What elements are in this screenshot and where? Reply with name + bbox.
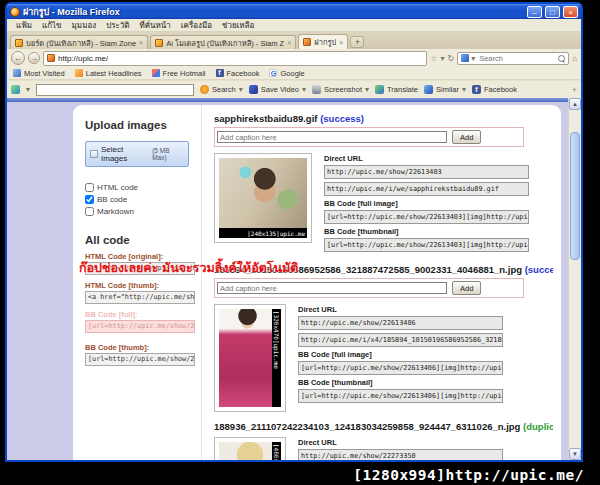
bb-code-checkbox[interactable] (85, 195, 94, 204)
url-bar[interactable]: http://upic.me/ (43, 51, 427, 66)
reload-icon[interactable]: ↻ (447, 54, 454, 63)
bb-full-field[interactable]: [url=http://upic.me/show/22613403][img]h… (324, 210, 529, 224)
all-code-title: All code (85, 234, 195, 246)
bb-code-full-box[interactable]: [url=http://upic.me/show/22613 (85, 320, 195, 333)
tab-upic-active[interactable]: ฝากรูป × (298, 34, 348, 49)
menubar: แฟ้ม แก้ไข มุมมอง ประวัติ ที่คั่นหน้า เค… (7, 19, 581, 32)
tab-siamzone-board[interactable]: บอร์ด (บันเทิงเกาหลี) - Siam Zone × (10, 35, 148, 49)
window-title: ฝากรูป - Mozilla Firefox (23, 5, 524, 19)
caption-input[interactable] (217, 131, 447, 143)
entry-filename: sapphirekstbaidu89.gif (214, 113, 317, 124)
addon-toolbar: ▾ Search ▾ Save Video ▾ Screenshot ▾ Tra… (7, 80, 581, 98)
url-dropdown-icon[interactable]: ▾ (440, 54, 444, 63)
thumbnail-image: [460x720]upic.me (219, 442, 281, 460)
addon-menu-icon[interactable] (11, 85, 20, 94)
thumbnail-image: [326x470]upic.me (219, 309, 281, 407)
tab-siamzone-gallery[interactable]: Ai โมเดลรูป (บันเทิงเกาหลี) - Siam Zone … (150, 35, 296, 49)
menu-view[interactable]: มุมมอง (67, 19, 102, 32)
menu-history[interactable]: ประวัติ (101, 19, 134, 32)
checkbox-bb-code[interactable]: BB code (85, 195, 195, 204)
navigation-bar: ← → http://upic.me/ ☆ ▾ ↻ ▾ ⌂ (7, 49, 581, 67)
bb-thumb-field[interactable]: [url=http://upic.me/show/22613406][img]h… (298, 389, 503, 403)
thumbnail-size-label: [240x135]upic.me (219, 228, 307, 238)
direct-url-show-field[interactable]: http://upic.me/show/22613406 (298, 316, 503, 330)
caption-row: Add (214, 127, 524, 147)
toolbar-translate-button[interactable]: Translate (375, 85, 418, 94)
bookmark-star-icon[interactable]: ☆ (430, 54, 437, 63)
select-images-button[interactable]: Select Images (5 MB Max) (85, 141, 189, 167)
add-caption-button[interactable]: Add (452, 281, 481, 295)
direct-url-image-field[interactable]: http://upic.me/i/x4/185894_1015019658695… (298, 333, 503, 347)
entry-filename: 188936_211107242234103_124183034259858_9… (214, 421, 520, 432)
search-box[interactable]: ▾ (457, 52, 569, 65)
home-icon[interactable]: ⌂ (572, 54, 577, 63)
direct-url-show-field[interactable]: http://upic.me/show/22273350 (298, 449, 503, 460)
toolbar-save-video-button[interactable]: Save Video ▾ (249, 85, 306, 94)
toolbar-overflow-plus-icon[interactable]: + (572, 85, 577, 95)
url-text: http://upic.me/ (58, 54, 108, 63)
toolbar-facebook-button[interactable]: f Facebook (472, 85, 517, 94)
markdown-checkbox[interactable] (85, 207, 94, 216)
bookmark-facebook[interactable]: f Facebook (216, 69, 260, 78)
minimize-button[interactable]: – (527, 6, 542, 18)
save-video-icon (249, 85, 258, 94)
menu-edit[interactable]: แก้ไข (37, 19, 67, 32)
scroll-down-icon[interactable]: ▼ (569, 448, 581, 460)
thumbnail-link[interactable]: [460x720]upic.me (214, 437, 286, 460)
scroll-up-icon[interactable]: ▲ (569, 98, 581, 110)
new-tab-button[interactable]: + (350, 36, 364, 48)
checkbox-html-code[interactable]: HTML code (85, 183, 195, 192)
toolbar-similar-button[interactable]: Similar ▾ (424, 85, 466, 94)
search-input[interactable] (477, 53, 556, 64)
thumbnail-link[interactable]: [240x135]upic.me (214, 153, 312, 243)
status-badge: (success) (320, 113, 364, 124)
image-file-icon (90, 150, 98, 158)
caret-down-icon: ▾ (239, 85, 243, 94)
menu-help[interactable]: ช่วยเหลือ (217, 19, 259, 32)
direct-url-show-field[interactable]: http://upic.me/show/22613403 (324, 165, 529, 179)
search-engine-caret-icon[interactable]: ▾ (471, 54, 475, 63)
search-magnifier-icon[interactable] (558, 55, 565, 62)
vertical-scrollbar[interactable]: ▲ ▼ (568, 98, 581, 460)
bb-code-thumb-box[interactable]: [url=http://upic.me/show/22613 (85, 353, 195, 366)
scrollbar-thumb[interactable] (570, 132, 580, 260)
toolbar-search-button[interactable]: Search ▾ (200, 85, 243, 94)
bookmark-google[interactable]: G Google (269, 69, 304, 78)
add-caption-button[interactable]: Add (452, 130, 481, 144)
caption-input[interactable] (217, 282, 447, 294)
addon-menu-caret-icon[interactable]: ▾ (26, 85, 30, 94)
toolbar-search-input[interactable] (36, 84, 194, 96)
menu-file[interactable]: แฟ้ม (11, 19, 37, 32)
forward-button[interactable]: → (28, 52, 40, 64)
tab-close-icon[interactable]: × (339, 39, 343, 46)
close-button[interactable]: × (563, 6, 578, 18)
menu-tools[interactable]: เครื่องมือ (176, 19, 217, 32)
bb-full-field[interactable]: [url=http://upic.me/show/22613406][img]h… (298, 361, 503, 375)
checkbox-markdown[interactable]: Markdown (85, 207, 195, 216)
screenshot-frame: ฝากรูป - Mozilla Firefox – □ × แฟ้ม แก้ไ… (0, 0, 600, 485)
tab-close-icon[interactable]: × (139, 39, 143, 46)
hotmail-icon (152, 69, 160, 77)
html-code-checkbox[interactable] (85, 183, 94, 192)
html-code-thumb-box[interactable]: <a href="http://upic.me/show/2 (85, 291, 195, 304)
restore-button[interactable]: □ (545, 6, 560, 18)
bookmark-free-hotmail[interactable]: Free Hotmail (152, 69, 206, 78)
titlebar[interactable]: ฝากรูป - Mozilla Firefox – □ × (7, 4, 581, 19)
direct-url-image-field[interactable]: http://upic.me/i/we/sapphirekstbaidu89.g… (324, 182, 529, 196)
back-button[interactable]: ← (11, 51, 25, 65)
upload-panel: Upload images Select Images (5 MB Max) H… (73, 105, 561, 460)
bb-thumb-field[interactable]: [url=http://upic.me/show/22613403][img]h… (324, 238, 529, 252)
toolbar-screenshot-button[interactable]: Screenshot ▾ (312, 85, 369, 94)
siamzone-favicon-icon (15, 39, 23, 47)
caret-down-icon: ▾ (365, 85, 369, 94)
caption-row: Add (214, 278, 524, 298)
page-header-strip (7, 98, 568, 102)
menu-bookmarks[interactable]: ที่คั่นหน้า (134, 19, 175, 32)
caret-down-icon: ▾ (302, 85, 306, 94)
most-visited-icon (13, 69, 21, 77)
thumbnail-link[interactable]: [326x470]upic.me (214, 304, 286, 412)
search-icon (200, 85, 209, 94)
tab-close-icon[interactable]: × (287, 39, 291, 46)
bookmark-most-visited[interactable]: Most Visited (13, 69, 65, 78)
bookmark-latest-headlines[interactable]: Latest Headlines (75, 69, 142, 78)
